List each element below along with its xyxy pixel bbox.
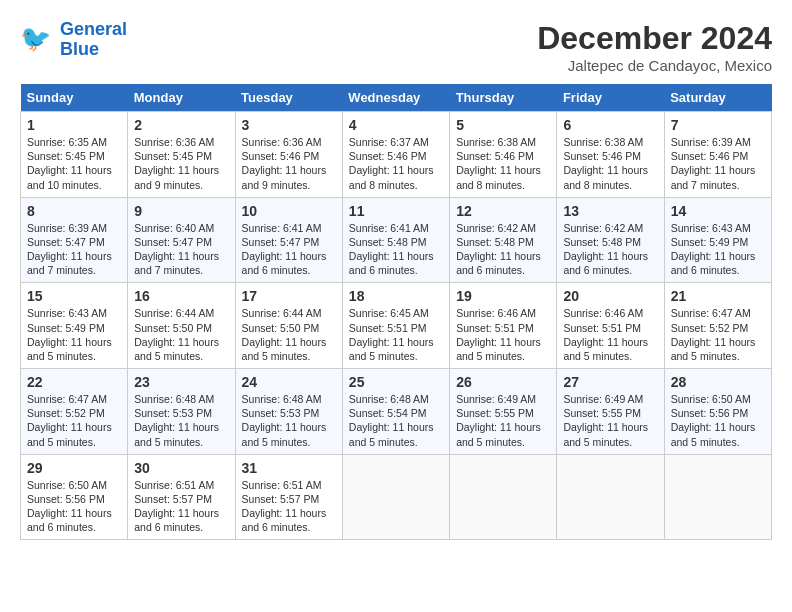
day-number: 30 <box>134 460 228 476</box>
day-number: 20 <box>563 288 657 304</box>
day-cell-29: 29Sunrise: 6:50 AMSunset: 5:56 PMDayligh… <box>21 454 128 540</box>
day-cell-5: 5Sunrise: 6:38 AMSunset: 5:46 PMDaylight… <box>450 112 557 198</box>
day-info: Sunrise: 6:36 AMSunset: 5:45 PMDaylight:… <box>134 135 228 192</box>
day-cell-17: 17Sunrise: 6:44 AMSunset: 5:50 PMDayligh… <box>235 283 342 369</box>
empty-cell <box>664 454 771 540</box>
day-cell-14: 14Sunrise: 6:43 AMSunset: 5:49 PMDayligh… <box>664 197 771 283</box>
day-info: Sunrise: 6:47 AMSunset: 5:52 PMDaylight:… <box>671 306 765 363</box>
day-number: 18 <box>349 288 443 304</box>
day-info: Sunrise: 6:43 AMSunset: 5:49 PMDaylight:… <box>27 306 121 363</box>
day-number: 14 <box>671 203 765 219</box>
day-info: Sunrise: 6:37 AMSunset: 5:46 PMDaylight:… <box>349 135 443 192</box>
calendar-week-3: 15Sunrise: 6:43 AMSunset: 5:49 PMDayligh… <box>21 283 772 369</box>
empty-cell <box>342 454 449 540</box>
day-number: 7 <box>671 117 765 133</box>
day-number: 10 <box>242 203 336 219</box>
day-number: 9 <box>134 203 228 219</box>
calendar-week-2: 8Sunrise: 6:39 AMSunset: 5:47 PMDaylight… <box>21 197 772 283</box>
day-info: Sunrise: 6:42 AMSunset: 5:48 PMDaylight:… <box>563 221 657 278</box>
svg-text:🐦: 🐦 <box>20 23 52 54</box>
day-info: Sunrise: 6:50 AMSunset: 5:56 PMDaylight:… <box>671 392 765 449</box>
day-cell-7: 7Sunrise: 6:39 AMSunset: 5:46 PMDaylight… <box>664 112 771 198</box>
day-cell-24: 24Sunrise: 6:48 AMSunset: 5:53 PMDayligh… <box>235 369 342 455</box>
day-number: 17 <box>242 288 336 304</box>
day-cell-27: 27Sunrise: 6:49 AMSunset: 5:55 PMDayligh… <box>557 369 664 455</box>
day-info: Sunrise: 6:49 AMSunset: 5:55 PMDaylight:… <box>563 392 657 449</box>
logo-icon: 🐦 <box>20 22 56 58</box>
day-info: Sunrise: 6:38 AMSunset: 5:46 PMDaylight:… <box>456 135 550 192</box>
day-cell-12: 12Sunrise: 6:42 AMSunset: 5:48 PMDayligh… <box>450 197 557 283</box>
day-number: 13 <box>563 203 657 219</box>
day-cell-13: 13Sunrise: 6:42 AMSunset: 5:48 PMDayligh… <box>557 197 664 283</box>
day-number: 8 <box>27 203 121 219</box>
day-cell-8: 8Sunrise: 6:39 AMSunset: 5:47 PMDaylight… <box>21 197 128 283</box>
day-number: 19 <box>456 288 550 304</box>
day-number: 2 <box>134 117 228 133</box>
day-cell-19: 19Sunrise: 6:46 AMSunset: 5:51 PMDayligh… <box>450 283 557 369</box>
day-cell-21: 21Sunrise: 6:47 AMSunset: 5:52 PMDayligh… <box>664 283 771 369</box>
day-number: 4 <box>349 117 443 133</box>
day-number: 21 <box>671 288 765 304</box>
day-cell-3: 3Sunrise: 6:36 AMSunset: 5:46 PMDaylight… <box>235 112 342 198</box>
day-info: Sunrise: 6:35 AMSunset: 5:45 PMDaylight:… <box>27 135 121 192</box>
day-number: 24 <box>242 374 336 390</box>
location: Jaltepec de Candayoc, Mexico <box>537 57 772 74</box>
day-info: Sunrise: 6:46 AMSunset: 5:51 PMDaylight:… <box>563 306 657 363</box>
day-info: Sunrise: 6:44 AMSunset: 5:50 PMDaylight:… <box>242 306 336 363</box>
col-thursday: Thursday <box>450 84 557 112</box>
calendar-table: Sunday Monday Tuesday Wednesday Thursday… <box>20 84 772 540</box>
calendar-week-5: 29Sunrise: 6:50 AMSunset: 5:56 PMDayligh… <box>21 454 772 540</box>
title-block: December 2024 Jaltepec de Candayoc, Mexi… <box>537 20 772 74</box>
day-cell-15: 15Sunrise: 6:43 AMSunset: 5:49 PMDayligh… <box>21 283 128 369</box>
day-info: Sunrise: 6:50 AMSunset: 5:56 PMDaylight:… <box>27 478 121 535</box>
day-info: Sunrise: 6:39 AMSunset: 5:46 PMDaylight:… <box>671 135 765 192</box>
col-wednesday: Wednesday <box>342 84 449 112</box>
day-number: 15 <box>27 288 121 304</box>
day-cell-6: 6Sunrise: 6:38 AMSunset: 5:46 PMDaylight… <box>557 112 664 198</box>
day-number: 6 <box>563 117 657 133</box>
day-info: Sunrise: 6:42 AMSunset: 5:48 PMDaylight:… <box>456 221 550 278</box>
day-info: Sunrise: 6:41 AMSunset: 5:48 PMDaylight:… <box>349 221 443 278</box>
logo-text: GeneralBlue <box>60 20 127 60</box>
day-number: 26 <box>456 374 550 390</box>
calendar-week-4: 22Sunrise: 6:47 AMSunset: 5:52 PMDayligh… <box>21 369 772 455</box>
day-info: Sunrise: 6:41 AMSunset: 5:47 PMDaylight:… <box>242 221 336 278</box>
day-info: Sunrise: 6:46 AMSunset: 5:51 PMDaylight:… <box>456 306 550 363</box>
day-cell-23: 23Sunrise: 6:48 AMSunset: 5:53 PMDayligh… <box>128 369 235 455</box>
day-info: Sunrise: 6:51 AMSunset: 5:57 PMDaylight:… <box>242 478 336 535</box>
col-sunday: Sunday <box>21 84 128 112</box>
col-tuesday: Tuesday <box>235 84 342 112</box>
day-number: 5 <box>456 117 550 133</box>
day-cell-22: 22Sunrise: 6:47 AMSunset: 5:52 PMDayligh… <box>21 369 128 455</box>
day-number: 29 <box>27 460 121 476</box>
col-monday: Monday <box>128 84 235 112</box>
col-friday: Friday <box>557 84 664 112</box>
day-info: Sunrise: 6:48 AMSunset: 5:54 PMDaylight:… <box>349 392 443 449</box>
day-info: Sunrise: 6:51 AMSunset: 5:57 PMDaylight:… <box>134 478 228 535</box>
day-info: Sunrise: 6:38 AMSunset: 5:46 PMDaylight:… <box>563 135 657 192</box>
day-cell-20: 20Sunrise: 6:46 AMSunset: 5:51 PMDayligh… <box>557 283 664 369</box>
day-info: Sunrise: 6:48 AMSunset: 5:53 PMDaylight:… <box>242 392 336 449</box>
day-cell-10: 10Sunrise: 6:41 AMSunset: 5:47 PMDayligh… <box>235 197 342 283</box>
day-cell-9: 9Sunrise: 6:40 AMSunset: 5:47 PMDaylight… <box>128 197 235 283</box>
day-cell-30: 30Sunrise: 6:51 AMSunset: 5:57 PMDayligh… <box>128 454 235 540</box>
day-cell-1: 1Sunrise: 6:35 AMSunset: 5:45 PMDaylight… <box>21 112 128 198</box>
day-number: 27 <box>563 374 657 390</box>
day-cell-16: 16Sunrise: 6:44 AMSunset: 5:50 PMDayligh… <box>128 283 235 369</box>
empty-cell <box>450 454 557 540</box>
day-info: Sunrise: 6:43 AMSunset: 5:49 PMDaylight:… <box>671 221 765 278</box>
day-info: Sunrise: 6:48 AMSunset: 5:53 PMDaylight:… <box>134 392 228 449</box>
day-cell-26: 26Sunrise: 6:49 AMSunset: 5:55 PMDayligh… <box>450 369 557 455</box>
day-info: Sunrise: 6:40 AMSunset: 5:47 PMDaylight:… <box>134 221 228 278</box>
calendar-week-1: 1Sunrise: 6:35 AMSunset: 5:45 PMDaylight… <box>21 112 772 198</box>
day-number: 16 <box>134 288 228 304</box>
day-cell-2: 2Sunrise: 6:36 AMSunset: 5:45 PMDaylight… <box>128 112 235 198</box>
day-number: 11 <box>349 203 443 219</box>
day-cell-4: 4Sunrise: 6:37 AMSunset: 5:46 PMDaylight… <box>342 112 449 198</box>
day-cell-18: 18Sunrise: 6:45 AMSunset: 5:51 PMDayligh… <box>342 283 449 369</box>
empty-cell <box>557 454 664 540</box>
day-info: Sunrise: 6:36 AMSunset: 5:46 PMDaylight:… <box>242 135 336 192</box>
header-row: Sunday Monday Tuesday Wednesday Thursday… <box>21 84 772 112</box>
day-info: Sunrise: 6:47 AMSunset: 5:52 PMDaylight:… <box>27 392 121 449</box>
day-info: Sunrise: 6:39 AMSunset: 5:47 PMDaylight:… <box>27 221 121 278</box>
